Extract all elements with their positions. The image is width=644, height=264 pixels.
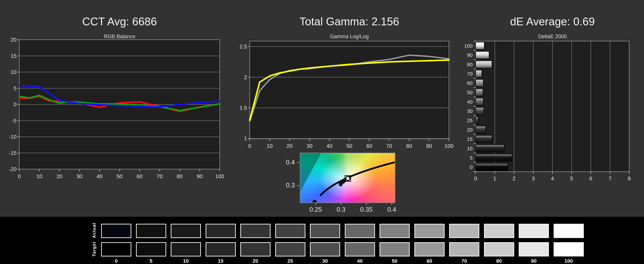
x-axis-label: 80 xyxy=(176,173,183,179)
y-axis-label: 1 xyxy=(244,135,247,141)
x-axis-label: 10 xyxy=(267,143,273,149)
x-axis-label: 90 xyxy=(426,143,432,149)
de-bar xyxy=(476,154,512,161)
swatch-level-label: 0 xyxy=(101,258,131,264)
deltae2000-chart: 012345678100908070605040302520151050 xyxy=(476,41,629,172)
y-axis-label: 0 xyxy=(470,164,472,170)
x-axis-label: 40 xyxy=(96,173,102,179)
cie-x-tick xyxy=(316,203,316,205)
calibration-report: CCT Avg: 6686 Total Gamma: 2.156 dE Aver… xyxy=(0,0,644,264)
actual-swatch-30 xyxy=(310,224,340,238)
gamma-loglog-chart: 11.522.50102030405060708090100 xyxy=(250,41,449,139)
y-axis-label: 5 xyxy=(470,155,472,161)
de-bar xyxy=(476,51,489,59)
actual-swatch-50 xyxy=(380,224,410,238)
actual-swatch-25 xyxy=(275,224,306,238)
y-axis-label: 2 xyxy=(244,74,247,80)
target-swatch-100 xyxy=(554,242,584,257)
x-axis-label: 50 xyxy=(116,173,122,179)
swatch-level-label: 100 xyxy=(554,258,584,264)
target-swatch-10 xyxy=(171,242,201,257)
actual-swatch-60 xyxy=(414,224,444,238)
x-axis-label: 30 xyxy=(306,143,312,149)
de-bar xyxy=(476,126,486,133)
y-axis-label: 40 xyxy=(467,99,472,105)
y-axis-label: -15 xyxy=(9,150,16,156)
actual-row-label: Actual xyxy=(92,224,96,238)
target-swatch-40 xyxy=(345,242,375,257)
total-gamma-title: Total Gamma: 2.156 xyxy=(250,16,449,27)
actual-swatch-5 xyxy=(136,224,166,238)
actual-swatch-90 xyxy=(519,224,549,238)
swatch-level-label: 10 xyxy=(171,258,201,264)
target-swatch-90 xyxy=(519,242,549,257)
x-axis-label: 70 xyxy=(157,173,163,179)
swatch-level-label: 70 xyxy=(449,258,479,264)
deltae2000-subtitle: DeltaE 2000 xyxy=(476,34,629,39)
actual-swatch-20 xyxy=(240,224,270,238)
x-axis-label: 20 xyxy=(286,143,293,149)
cie-y-tick xyxy=(297,185,299,186)
y-axis-label: 20 xyxy=(467,127,472,133)
target-row-label: Target xyxy=(92,242,96,257)
de-bar xyxy=(476,135,492,143)
x-axis-label: 10 xyxy=(36,173,42,179)
y-axis-label: 1.5 xyxy=(240,105,247,111)
cie-x-axis-label: 0.35 xyxy=(356,206,376,213)
x-axis-label: 8 xyxy=(628,176,631,182)
cie-x-tick xyxy=(341,203,341,205)
x-axis-label: 90 xyxy=(197,173,203,179)
cct-average-title: CCT Avg: 6686 xyxy=(19,16,220,27)
swatch-level-label: 60 xyxy=(414,258,444,264)
rgb-balance-chart: -20-15-10-505101520010203040506070809010… xyxy=(19,40,220,169)
x-axis-label: 40 xyxy=(326,143,332,149)
cie-x-tick xyxy=(366,203,367,205)
cie-x-axis-label: 0.3 xyxy=(331,206,351,213)
y-axis-label: 30 xyxy=(467,108,472,114)
cie-y-axis-label: 0.3 xyxy=(276,182,295,189)
cie-x-axis-label: 0.25 xyxy=(306,206,326,213)
cie-axis-labels: 0.250.30.350.40.30.4 xyxy=(300,153,394,202)
actual-swatch-80 xyxy=(484,224,514,238)
x-axis-label: 0 xyxy=(18,173,21,179)
y-axis-label: 70 xyxy=(467,71,472,77)
swatch-level-label: 25 xyxy=(275,258,306,264)
x-axis-label: 0 xyxy=(474,176,477,182)
de-bar xyxy=(476,145,504,152)
x-axis-label: 60 xyxy=(136,173,142,179)
y-axis-label: 100 xyxy=(464,43,472,49)
y-axis-label: 90 xyxy=(467,52,472,58)
y-axis-label: 80 xyxy=(467,62,472,67)
y-axis-label: 60 xyxy=(467,80,472,86)
x-axis-label: 60 xyxy=(366,143,372,149)
cie-x-axis-label: 0.4 xyxy=(382,206,402,213)
target-swatch-20 xyxy=(240,242,270,257)
gamma-loglog-subtitle: Gamma Log/Log xyxy=(250,34,449,39)
x-axis-label: 30 xyxy=(76,173,82,179)
target-swatch-25 xyxy=(275,242,306,257)
target-swatch-5 xyxy=(136,242,166,257)
cie-x-tick xyxy=(392,203,392,205)
de-bar xyxy=(476,70,482,77)
de-bar xyxy=(476,117,478,124)
x-axis-label: 100 xyxy=(444,143,453,149)
swatch-level-label: 15 xyxy=(206,258,236,264)
x-axis-label: 3 xyxy=(532,176,535,182)
target-swatch-70 xyxy=(449,242,479,257)
y-axis-label: 15 xyxy=(467,136,472,142)
cie-y-tick xyxy=(297,162,299,163)
y-axis-label: 20 xyxy=(10,37,16,43)
x-axis-label: 7 xyxy=(608,176,612,182)
actual-swatch-15 xyxy=(206,224,236,238)
x-axis-label: 50 xyxy=(346,143,352,149)
target-swatch-15 xyxy=(206,242,236,257)
y-axis-label: 0 xyxy=(14,101,16,107)
de-bar xyxy=(476,61,492,68)
swatch-level-label: 50 xyxy=(380,258,410,264)
y-axis-label: 50 xyxy=(467,90,472,95)
x-axis-label: 80 xyxy=(406,143,412,149)
swatch-level-label: 80 xyxy=(484,258,514,264)
swatch-level-label: 30 xyxy=(310,258,340,264)
de-bar xyxy=(476,107,484,115)
de-bar xyxy=(476,98,483,105)
